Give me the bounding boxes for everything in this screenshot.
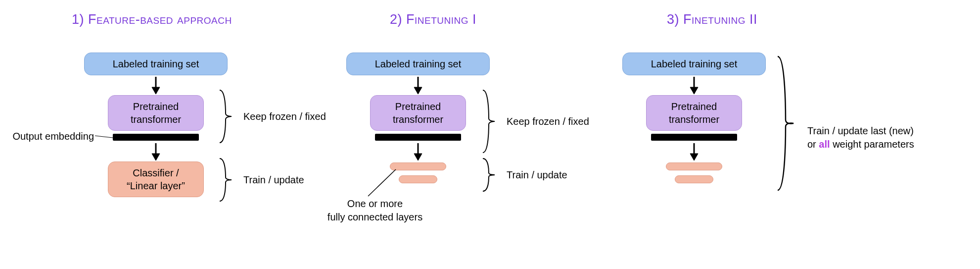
p2-fc-leader xyxy=(367,168,397,198)
p1-classifier-label: Classifier / “Linear layer” xyxy=(127,166,185,192)
p1-training-set-label: Labeled training set xyxy=(113,57,199,70)
p1-embedding-bar xyxy=(113,134,199,141)
p1-brace-bottom xyxy=(217,158,236,202)
svg-marker-1 xyxy=(152,87,160,94)
p2-arrow-2 xyxy=(411,142,425,161)
p3-embedding-bar xyxy=(651,134,737,141)
p3-fc-bar-1 xyxy=(666,162,722,170)
panel-1-title: 1) Feature-based approach xyxy=(72,12,232,27)
p3-arrow-2 xyxy=(687,142,701,161)
p1-classifier-box: Classifier / “Linear layer” xyxy=(108,161,204,197)
p3-fc-bar-2 xyxy=(675,175,713,183)
p2-fc-layers-label: One or more fully connected layers xyxy=(321,197,429,224)
p2-brace-bottom xyxy=(480,158,500,192)
svg-marker-6 xyxy=(414,87,422,94)
p3-arrow-1 xyxy=(687,75,701,95)
p1-keep-frozen-label: Keep frozen / fixed xyxy=(243,110,326,123)
p1-pretrained-label: Pretrained transformer xyxy=(131,100,181,126)
p3-pretrained-label: Pretrained transformer xyxy=(669,100,719,126)
svg-marker-11 xyxy=(690,87,698,94)
panel-2-title: 2) Finetuning I xyxy=(390,12,476,27)
p1-embedding-leader xyxy=(95,135,115,141)
svg-marker-3 xyxy=(152,154,160,161)
p3-pretrained-box: Pretrained transformer xyxy=(646,95,742,131)
p3-train-all-highlight: all xyxy=(819,139,830,150)
p2-embedding-bar xyxy=(375,134,461,141)
p3-brace xyxy=(775,55,799,191)
svg-line-4 xyxy=(95,136,113,138)
p1-arrow-2 xyxy=(148,142,163,161)
p3-training-set-box: Labeled training set xyxy=(622,53,766,75)
p2-fc-bar-2 xyxy=(399,175,437,183)
p2-brace-top xyxy=(480,89,500,154)
panel-3-title: 3) Finetuning II xyxy=(667,12,757,27)
p2-arrow-1 xyxy=(411,75,425,95)
p2-fc-bar-1 xyxy=(390,162,446,170)
svg-line-9 xyxy=(368,169,396,196)
p2-training-set-label: Labeled training set xyxy=(375,57,462,70)
p3-training-set-label: Labeled training set xyxy=(651,57,738,70)
p2-pretrained-label: Pretrained transformer xyxy=(393,100,443,126)
p1-train-update-label: Train / update xyxy=(243,173,304,187)
p2-pretrained-box: Pretrained transformer xyxy=(370,95,466,131)
p2-train-update-label: Train / update xyxy=(507,168,567,182)
p1-brace-top xyxy=(217,89,236,144)
p1-pretrained-box: Pretrained transformer xyxy=(108,95,204,131)
p3-train-all-label: Train / update last (new) or all weight … xyxy=(807,111,914,151)
p2-keep-frozen-label: Keep frozen / fixed xyxy=(507,115,589,128)
p1-output-embedding-label: Output embedding xyxy=(0,130,94,143)
p3-train-all-post: weight parameters xyxy=(830,139,914,150)
p2-training-set-box: Labeled training set xyxy=(346,53,490,75)
p1-training-set-box: Labeled training set xyxy=(84,53,228,75)
p1-arrow-1 xyxy=(148,75,163,95)
svg-marker-13 xyxy=(690,154,698,161)
svg-marker-8 xyxy=(414,154,422,161)
